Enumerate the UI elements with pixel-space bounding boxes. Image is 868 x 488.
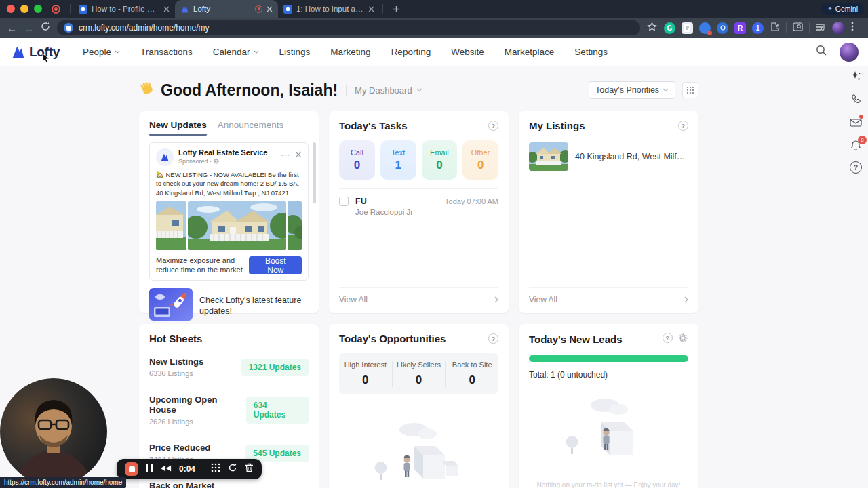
tab-divider [70, 4, 71, 14]
docs-extension-icon[interactable] [682, 22, 693, 34]
card-scrollbar[interactable] [313, 142, 316, 203]
wave-hand-icon [139, 81, 155, 100]
new-tab-button[interactable] [393, 5, 400, 13]
nav-item-calendar[interactable]: Calendar [213, 47, 259, 57]
refresh-button[interactable] [41, 22, 50, 34]
help-icon[interactable]: ? [663, 333, 673, 343]
help-icon[interactable]: ? [488, 121, 498, 131]
feature-banner[interactable]: Check Lofty's latest feature updates! [149, 288, 309, 323]
tab-profile-setup[interactable]: How to - Profile Set Up [73, 0, 175, 18]
nav-item-settings[interactable]: Settings [574, 47, 608, 57]
stop-recording-button[interactable] [125, 462, 138, 476]
side-panel-icon[interactable] [793, 22, 803, 34]
gemini-badge[interactable]: ✦ Gemini [821, 3, 864, 15]
gemini-label: Gemini [835, 5, 858, 13]
user-avatar[interactable] [840, 43, 859, 62]
task-item[interactable]: FU Today 07:00 AM Joe Raccioppi Jr [339, 197, 498, 216]
tab-input-lead[interactable]: 1: How to Input a Lead into Lo [278, 0, 380, 18]
minimize-window-button[interactable] [20, 5, 28, 13]
stat-likely-sellers[interactable]: Likely Sellers0 [392, 361, 446, 387]
onepassword-extension-icon[interactable]: 1 [752, 22, 764, 34]
meet-extension-icon[interactable] [699, 22, 711, 34]
priorities-dropdown[interactable]: Today's Priorities [589, 81, 675, 99]
close-window-button[interactable] [7, 5, 15, 13]
browser-profile-avatar[interactable] [832, 22, 845, 35]
tasks-view-all[interactable]: View All [339, 287, 498, 304]
gear-icon[interactable] [678, 333, 688, 346]
help-icon[interactable]: ? [488, 333, 498, 344]
window-controls[interactable] [7, 5, 42, 13]
task-checkbox[interactable] [339, 197, 349, 206]
nav-item-marketplace[interactable]: Marketplace [505, 47, 555, 57]
tab-divider [382, 4, 383, 14]
hotsheet-row-open-house[interactable]: Upcoming Open House2626 Listings 634 Upd… [149, 386, 309, 434]
email-icon[interactable] [849, 115, 863, 129]
notifications-bell-icon[interactable]: 8 [849, 138, 863, 152]
tab-close-icon[interactable] [368, 6, 374, 12]
chrome-menu-icon[interactable] [851, 22, 854, 34]
stat-call[interactable]: Call0 [339, 140, 375, 180]
pause-recording-button[interactable] [146, 463, 153, 475]
header-divider [346, 85, 347, 96]
extensions-puzzle-icon[interactable] [770, 22, 780, 35]
ad-photo-carousel[interactable] [156, 201, 302, 250]
ai-sparkle-icon[interactable] [849, 69, 863, 83]
tab-new-updates[interactable]: New Updates [149, 120, 207, 136]
forward-button[interactable]: → [24, 23, 34, 33]
stat-high-interest[interactable]: High Interest0 [339, 361, 392, 387]
browser-tab-strip: How to - Profile Set Up Lofty 1: How to … [0, 0, 868, 18]
tab-close-icon[interactable] [267, 6, 273, 12]
listings-view-all[interactable]: View All [529, 287, 688, 304]
hotsheet-count: 6336 Listings [149, 369, 203, 378]
sponsored-ad[interactable]: Lofty Real Estate Service Sponsored · ⋯ … [149, 142, 309, 281]
stat-back-to-site[interactable]: Back to Site0 [445, 361, 498, 387]
listing-item[interactable]: 40 Kingsland Rd, West Milford Twp., ... [529, 142, 688, 171]
webcam-preview[interactable] [0, 378, 107, 485]
dashboard-selector[interactable]: My Dashboard [355, 85, 422, 96]
updates-badge[interactable]: 1321 Updates [241, 359, 309, 376]
draw-grid-button[interactable] [211, 463, 220, 475]
nav-item-listings[interactable]: Listings [279, 47, 311, 57]
nav-item-reporting[interactable]: Reporting [391, 47, 431, 57]
help-icon[interactable]: ? [678, 121, 688, 131]
url-text[interactable]: crm.lofty.com/admin/home/home/my [79, 23, 210, 33]
grammarly-extension-icon[interactable]: G [664, 22, 675, 34]
updates-badge[interactable]: 634 Updates [246, 396, 309, 424]
stat-text[interactable]: Text1 [380, 140, 416, 180]
rewind-button[interactable] [160, 463, 172, 475]
chevron-right-icon [494, 296, 498, 303]
help-icon[interactable]: ? [850, 161, 862, 174]
ad-more-icon[interactable]: ⋯ [281, 150, 290, 160]
phone-icon[interactable] [849, 92, 863, 106]
stat-email[interactable]: Email0 [422, 140, 458, 180]
blue-extension-icon[interactable] [717, 22, 728, 34]
tab-lofty[interactable]: Lofty [175, 0, 278, 18]
widget-grid-button[interactable] [682, 82, 698, 98]
boost-now-button[interactable]: Boost Now [249, 256, 302, 274]
hotsheet-row-new-listings[interactable]: New Listings6336 Listings 1321 Updates [149, 348, 309, 386]
site-favicon-icon[interactable] [64, 23, 73, 33]
stat-other[interactable]: Other0 [462, 140, 498, 180]
ad-photo-right[interactable] [288, 201, 302, 250]
r-extension-icon[interactable]: R [734, 22, 746, 34]
bookmark-star-icon[interactable] [647, 22, 657, 35]
zoom-window-button[interactable] [34, 5, 42, 13]
delete-recording-button[interactable] [245, 463, 254, 475]
ad-photo-main[interactable] [188, 201, 286, 250]
ad-close-icon[interactable] [295, 148, 302, 161]
stat-label: Likely Sellers [393, 361, 446, 369]
tab-announcements[interactable]: Announcements [218, 120, 284, 136]
reading-list-icon[interactable] [816, 22, 826, 34]
nav-item-transactions[interactable]: Transactions [140, 47, 193, 57]
back-button[interactable]: ← [7, 23, 17, 33]
search-icon[interactable] [816, 45, 827, 59]
ad-photo-left[interactable] [156, 201, 186, 250]
tab-close-icon[interactable] [163, 6, 170, 12]
recording-extension-icon[interactable] [52, 5, 60, 14]
nav-item-marketing[interactable]: Marketing [330, 47, 370, 57]
nav-item-website[interactable]: Website [451, 47, 484, 57]
address-bar[interactable]: crm.lofty.com/admin/home/home/my [57, 20, 640, 35]
restart-recording-button[interactable] [228, 463, 237, 475]
nav-item-people[interactable]: People [83, 47, 120, 57]
lofty-logo[interactable]: Lofty [11, 45, 60, 60]
